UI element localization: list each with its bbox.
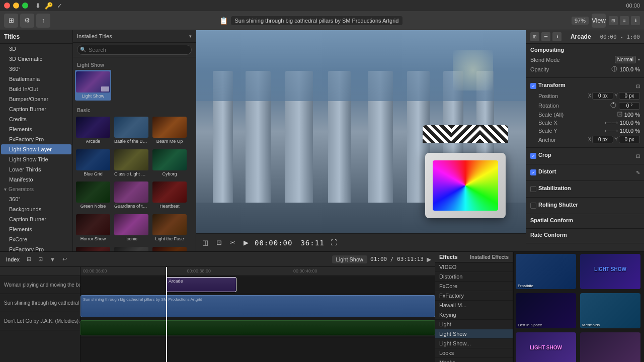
effects-distortion[interactable]: Distortion <box>435 272 513 282</box>
effects-keying[interactable]: Keying <box>435 310 513 320</box>
thumb-greennoise[interactable]: Green Noise <box>75 180 111 211</box>
effects-light[interactable]: Light <box>435 320 513 329</box>
clip-main[interactable]: Sun shining through big cathedral pillar… <box>80 295 435 317</box>
sidebar-gen-360[interactable]: 360° <box>1 194 71 204</box>
sidebar-item-lower-thirds[interactable]: Lower Thirds <box>1 164 71 174</box>
blend-mode-dropdown[interactable]: Normal <box>615 56 636 63</box>
crop-button[interactable]: ✂ <box>228 238 237 247</box>
view-button[interactable]: View <box>592 14 606 28</box>
tl-btn-2[interactable]: ⊡ <box>36 255 45 263</box>
sidebar-gen-fxcore[interactable]: FxCore <box>1 234 71 244</box>
sidebar-item-bumper[interactable]: Bumper/Opener <box>1 94 71 104</box>
scale-all-icon[interactable] <box>617 112 622 118</box>
viewer-content[interactable] <box>196 30 526 233</box>
thumb-cyborg[interactable]: Cyborg <box>151 148 188 178</box>
thumb-light-show[interactable]: Light Show <box>75 70 111 101</box>
anchor-y-field[interactable]: 0 px <box>619 136 640 143</box>
transform-button[interactable]: ⊡ <box>214 238 224 247</box>
fullscreen-button[interactable]: ⛶ <box>329 238 339 247</box>
crop-icon[interactable]: ⊡ <box>636 153 640 159</box>
thumb-arcade[interactable]: Arcade <box>75 115 111 146</box>
thumb-michael[interactable]: Michael <box>113 245 149 251</box>
thumb-bluegrid[interactable]: Blue Grid <box>75 148 111 178</box>
transform-reset-icon[interactable]: ⊡ <box>636 83 640 89</box>
generators-group[interactable]: Generators <box>0 185 72 194</box>
sidebar-item-light-show-layer[interactable]: Light Show Layer <box>1 144 71 154</box>
thumb-heartbeat[interactable]: Heartbeat <box>151 180 188 211</box>
toolbar-btn-1[interactable]: ⊞ <box>4 14 18 28</box>
preview-mordecai[interactable]: Mordecai <box>580 332 640 362</box>
effects-masks[interactable]: Masks <box>435 358 513 362</box>
tl-btn-3[interactable]: ▼ <box>48 255 57 263</box>
sidebar-item-credits[interactable]: Credits <box>1 114 71 124</box>
sidebar-item-buildinout[interactable]: Build In/Out <box>1 84 71 94</box>
inspector-icon-3[interactable]: ℹ <box>552 32 561 41</box>
sidebar-item-caption-burner[interactable]: Caption Burner <box>1 104 71 114</box>
info-icon[interactable]: ℹ <box>631 16 640 25</box>
distort-checkbox[interactable]: ✓ <box>530 169 536 175</box>
thumb-lightfuse[interactable]: Light the Fuse <box>151 213 188 243</box>
close-button[interactable] <box>4 3 10 9</box>
preview-mermaids[interactable]: Mermaids <box>580 293 640 328</box>
rotation-dial[interactable] <box>610 102 617 110</box>
sidebar-item-fxfactory[interactable]: FxFactory Pro <box>1 134 71 144</box>
timeline-tracks[interactable]: 00:00:36:00 00:00:38:00 00:00:40:00 Arca… <box>80 267 435 362</box>
sidebar-item-3d[interactable]: 3D <box>1 44 71 54</box>
effects-video[interactable]: VIDEO <box>435 262 513 272</box>
sidebar-gen-caption[interactable]: Caption Burner <box>1 214 71 224</box>
transform-checkbox[interactable]: ✓ <box>530 83 536 89</box>
sidebar-item-3d-cinematic[interactable]: 3D Cinematic <box>1 54 71 64</box>
crop-checkbox[interactable]: ✓ <box>530 153 536 159</box>
preview-light-show-1[interactable]: LIGHT SHOW <box>580 254 640 289</box>
opacity-slider[interactable] <box>611 65 618 73</box>
minimize-button[interactable] <box>13 3 19 9</box>
sidebar-item-beatlemania[interactable]: Beatlemania <box>1 74 71 84</box>
clip-arcade[interactable]: Arcade <box>166 277 236 292</box>
maximize-button[interactable] <box>22 3 28 9</box>
sidebar-item-manifesto[interactable]: Manifesto <box>1 174 71 185</box>
sidebar-gen-backgrounds[interactable]: Backgrounds <box>1 204 71 214</box>
thumb-battle[interactable]: Battle of the Bulge <box>113 115 149 146</box>
thumb-guardians[interactable]: Guardians of the Retro <box>113 180 149 211</box>
thumb-iconic[interactable]: Iconic <box>113 213 149 243</box>
tl-nav-back[interactable]: ↩ <box>60 255 69 263</box>
position-x-field[interactable]: 0 px <box>592 92 613 100</box>
inspector-icon-2[interactable]: ☰ <box>541 32 550 41</box>
distort-icon[interactable]: ✎ <box>636 170 640 175</box>
search-input[interactable] <box>77 45 192 55</box>
preview-light-show-2[interactable]: LIGHT SHOW <box>516 332 576 362</box>
preview-lost-in-space[interactable]: Lost in Space <box>516 293 576 328</box>
effects-fxcore[interactable]: FxCore <box>435 282 513 291</box>
tl-btn-1[interactable]: ⊞ <box>25 255 33 263</box>
sidebar-gen-elements[interactable]: Elements <box>1 224 71 234</box>
toolbar-btn-2[interactable]: ⚙ <box>20 14 34 28</box>
clip-audio[interactable] <box>80 320 435 335</box>
thumb-classicspill[interactable]: Classic Light Spill <box>113 148 149 178</box>
timeline-expand-btn[interactable]: ▶ <box>427 256 431 263</box>
grid-icon[interactable]: ⊞ <box>609 16 618 25</box>
play-button[interactable]: ▶ <box>242 238 251 247</box>
stabilization-checkbox[interactable] <box>530 186 536 192</box>
effects-light-show-2[interactable]: Light Show... <box>435 339 513 348</box>
rolling-shutter-checkbox[interactable] <box>530 203 536 209</box>
installed-titles-dropdown[interactable]: Installed Titles <box>77 33 112 39</box>
effects-hawaii[interactable]: Hawaii M... <box>435 301 513 310</box>
position-y-field[interactable]: 0 px <box>619 92 640 100</box>
thumb-beamup[interactable]: Beam Me Up <box>151 115 188 146</box>
toolbar-btn-3[interactable]: ↑ <box>36 14 50 28</box>
sidebar-item-light-show-title[interactable]: Light Show Title <box>1 154 71 164</box>
sidebar-item-360[interactable]: 360° <box>1 64 71 74</box>
inspector-icon-1[interactable]: ⊞ <box>530 32 539 41</box>
effects-light-show[interactable]: Light Show <box>435 329 513 339</box>
sidebar-item-elements[interactable]: Elements <box>1 124 71 134</box>
thumb-horror[interactable]: Horror Show <box>75 213 111 243</box>
thumb-matchstick[interactable]: Matchstick <box>75 245 111 251</box>
effects-looks[interactable]: Looks <box>435 348 513 358</box>
effects-fxfactory[interactable]: FxFactory <box>435 291 513 301</box>
view-mode-button[interactable]: ◫ <box>200 238 210 247</box>
thumb-multicolor[interactable]: Multicolor <box>151 245 188 251</box>
index-button[interactable]: Index <box>4 255 22 263</box>
rotation-value[interactable]: 0 ° <box>619 102 640 110</box>
list-icon[interactable]: ≡ <box>620 16 629 25</box>
preview-frostbite[interactable]: Frostbite <box>516 254 576 289</box>
